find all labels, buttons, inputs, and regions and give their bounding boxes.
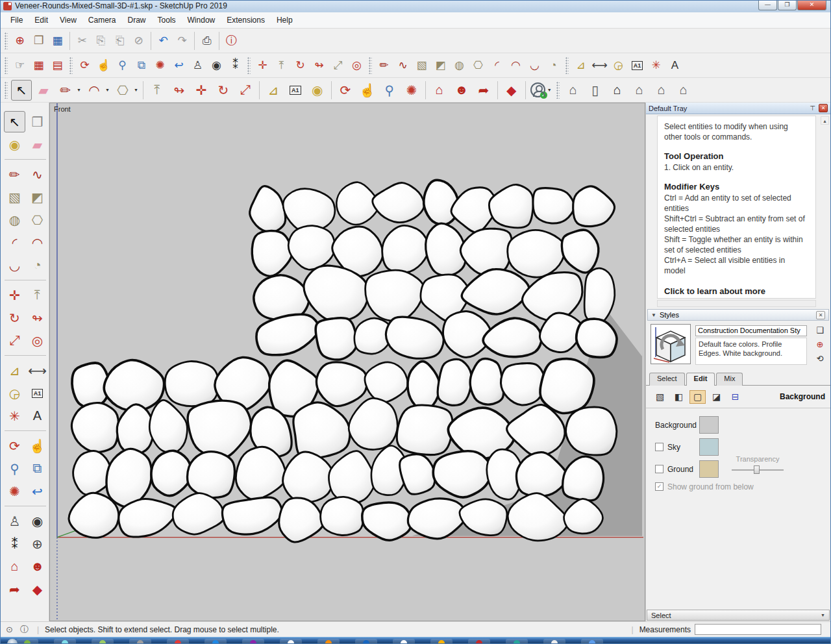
- position-camera-icon[interactable]: ♙: [189, 56, 206, 74]
- ground-checkbox[interactable]: [655, 465, 664, 473]
- taskbar-app-8[interactable]: [280, 639, 302, 643]
- stone[interactable]: [408, 362, 440, 412]
- taskbar-app-14[interactable]: [506, 639, 528, 643]
- stone[interactable]: [349, 398, 397, 449]
- extension-manager-icon[interactable]: ◆: [27, 578, 48, 600]
- update-style-icon[interactable]: ⟲: [817, 354, 824, 364]
- stone[interactable]: [462, 269, 529, 314]
- stone[interactable]: [151, 451, 192, 495]
- stone[interactable]: [501, 363, 545, 405]
- stone[interactable]: [252, 231, 292, 277]
- taskbar-app-7[interactable]: [242, 639, 264, 643]
- menu-window[interactable]: Window: [182, 14, 221, 27]
- undo-icon[interactable]: ↶: [155, 32, 172, 49]
- share-model-icon[interactable]: ➦: [473, 80, 494, 101]
- collapse-triangle-icon[interactable]: ▼: [651, 312, 656, 318]
- dimension-icon[interactable]: ⟷: [591, 56, 608, 74]
- ground-color-swatch[interactable]: [699, 460, 719, 478]
- measurements-input[interactable]: [695, 624, 821, 635]
- taskbar-app-4[interactable]: [129, 639, 151, 643]
- save-file-icon[interactable]: ▦: [49, 32, 66, 49]
- stone[interactable]: [149, 400, 187, 452]
- scale-icon[interactable]: ⤢: [235, 80, 256, 101]
- minimize-button[interactable]: —: [758, 1, 777, 10]
- extension-warehouse-icon[interactable]: ☻: [27, 556, 48, 577]
- select-panel-dropdown-icon[interactable]: ▼: [821, 613, 825, 617]
- learn-more-link[interactable]: Click to learn about more advanced opera…: [664, 286, 806, 299]
- tray-scroll-up-arrow[interactable]: ▲: [821, 116, 829, 125]
- follow-me-icon[interactable]: ↬: [310, 56, 328, 74]
- offset-icon[interactable]: ◎: [348, 56, 366, 74]
- polygon-icon[interactable]: ⎔: [27, 209, 48, 230]
- push-pull-icon[interactable]: ⤒: [147, 80, 167, 101]
- pin-icon[interactable]: ⊤: [806, 105, 819, 112]
- axes-icon[interactable]: ✳: [647, 56, 665, 74]
- stone[interactable]: [188, 401, 251, 459]
- follow-me-icon[interactable]: ↬: [169, 80, 190, 101]
- text-icon[interactable]: A1: [27, 382, 48, 404]
- protractor-icon[interactable]: ◶: [610, 56, 627, 74]
- taskbar-app-9[interactable]: [317, 639, 340, 643]
- stone[interactable]: [533, 188, 574, 223]
- stone[interactable]: [540, 359, 594, 414]
- view-top-icon[interactable]: ▯: [585, 80, 606, 101]
- stone[interactable]: [117, 404, 154, 454]
- stone[interactable]: [489, 184, 533, 227]
- line-icon[interactable]: ✏: [4, 164, 25, 185]
- zoom-icon[interactable]: ⚲: [114, 56, 131, 74]
- zoom-previous-icon[interactable]: ↩: [170, 56, 188, 74]
- move-icon[interactable]: ✛: [191, 80, 212, 101]
- stone[interactable]: [483, 318, 541, 357]
- create-new-style-icon[interactable]: ⊕: [817, 340, 824, 349]
- taskbar-app-1[interactable]: [16, 639, 38, 643]
- rotated-rectangle-icon[interactable]: ◩: [432, 56, 449, 74]
- stone[interactable]: [279, 498, 323, 542]
- circle-icon[interactable]: ◍: [4, 209, 25, 230]
- component-options-icon[interactable]: ▦: [30, 56, 47, 74]
- sky-checkbox[interactable]: [655, 443, 664, 451]
- rotate-icon[interactable]: ↻: [4, 307, 25, 328]
- pan-icon[interactable]: ☝: [27, 435, 48, 456]
- stone[interactable]: [562, 230, 598, 273]
- menu-camera[interactable]: Camera: [82, 14, 122, 27]
- rotate-icon[interactable]: ↻: [291, 56, 309, 74]
- walk-icon[interactable]: ⁑: [227, 56, 244, 74]
- menu-draw[interactable]: Draw: [122, 14, 152, 27]
- shapes-icon[interactable]: ⎔: [112, 80, 133, 101]
- zoom-extents-icon[interactable]: ✺: [401, 80, 422, 101]
- menu-file[interactable]: File: [5, 14, 29, 27]
- edge-settings-icon[interactable]: ▧: [652, 390, 668, 404]
- pie-icon[interactable]: ◔: [27, 254, 48, 276]
- make-component-icon[interactable]: ❒: [27, 111, 48, 132]
- 2-point-arc-icon[interactable]: ◠: [27, 232, 48, 253]
- pie-icon[interactable]: ◔: [545, 56, 562, 74]
- model-info-icon[interactable]: ⓘ: [223, 32, 240, 49]
- pan-icon[interactable]: ☝: [95, 56, 112, 74]
- arc-icon[interactable]: ◜: [488, 56, 506, 74]
- transparency-slider[interactable]: [732, 469, 784, 471]
- sky-color-swatch[interactable]: [699, 438, 719, 456]
- stone[interactable]: [165, 362, 219, 406]
- maximize-button[interactable]: ❐: [778, 1, 797, 10]
- stone[interactable]: [173, 493, 224, 535]
- modeling-settings-icon[interactable]: ⊟: [727, 390, 743, 404]
- move-icon[interactable]: ✛: [4, 284, 25, 306]
- orbit-icon[interactable]: ⟳: [4, 435, 25, 456]
- paste-icon[interactable]: ⎗: [111, 32, 129, 49]
- walk-icon[interactable]: ⁑: [4, 533, 25, 554]
- show-ground-checkbox[interactable]: ✓: [655, 482, 664, 491]
- new-file-icon[interactable]: ⊕: [11, 32, 29, 49]
- stone[interactable]: [222, 497, 282, 534]
- stone[interactable]: [433, 451, 491, 497]
- stone[interactable]: [362, 502, 412, 540]
- stone[interactable]: [69, 493, 119, 538]
- tab-mix[interactable]: Mix: [716, 373, 743, 386]
- stone[interactable]: [329, 451, 375, 504]
- background-settings-icon[interactable]: ▢: [689, 390, 706, 404]
- instructor-horizontal-scrollbar[interactable]: [657, 300, 816, 307]
- stone[interactable]: [250, 186, 286, 232]
- look-around-icon[interactable]: ◉: [27, 510, 48, 532]
- dimension-icon[interactable]: ⟷: [27, 360, 48, 381]
- model-canvas[interactable]: [50, 103, 645, 621]
- rectangle-icon[interactable]: ▧: [413, 56, 430, 74]
